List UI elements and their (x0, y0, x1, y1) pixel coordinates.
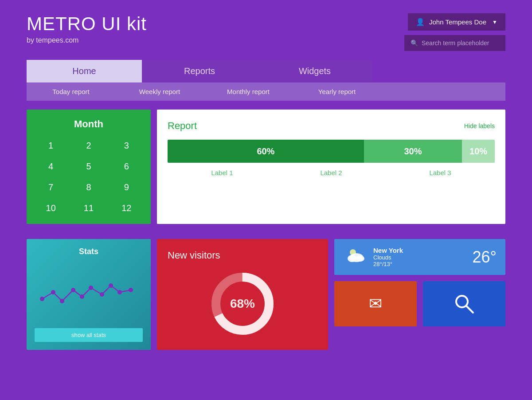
nav-tabs: Home Reports Widgets (27, 60, 505, 82)
progress-segment-3: 10% (462, 140, 495, 163)
mail-icon: ✉ (369, 294, 382, 313)
subnav-yearly[interactable]: Yearly report (293, 82, 381, 101)
svg-point-5 (89, 286, 93, 290)
stats-title: Stats (35, 247, 143, 256)
weather-temperature: 26° (473, 248, 497, 267)
report-title: Report (168, 120, 197, 132)
month-grid: 1 2 3 4 5 6 7 8 9 10 11 12 (35, 139, 142, 215)
svg-point-2 (60, 299, 64, 303)
weather-range: 28°/13° (373, 261, 466, 267)
svg-point-4 (80, 294, 84, 299)
search-card[interactable] (423, 281, 505, 326)
month-num-2[interactable]: 2 (73, 139, 104, 153)
svg-point-15 (356, 255, 364, 262)
svg-point-3 (71, 288, 75, 292)
search-big-icon (454, 294, 474, 314)
search-input[interactable] (422, 39, 499, 47)
stats-card: Stats show all stats (27, 239, 151, 350)
label-2: Label 2 (277, 169, 386, 176)
tab-home[interactable]: Home (27, 60, 142, 82)
month-num-9[interactable]: 9 (111, 180, 142, 194)
progress-segment-2: 30% (364, 140, 462, 163)
bottom-icons: ✉ (334, 281, 505, 326)
user-icon: 👤 (416, 18, 425, 26)
report-card: Report Hide labels 60% 30% 10% Label 1 L… (157, 110, 505, 224)
report-header: Report Hide labels (168, 120, 495, 132)
month-num-11[interactable]: 11 (73, 201, 104, 215)
month-num-7[interactable]: 7 (35, 180, 66, 194)
mail-card[interactable]: ✉ (334, 281, 417, 326)
subnav-weekly[interactable]: Weekly report (115, 82, 204, 101)
header: METRO UI kit by tempees.com 👤 John Tempe… (0, 0, 532, 60)
svg-point-9 (129, 288, 133, 292)
tab-reports[interactable]: Reports (142, 60, 257, 82)
month-num-12[interactable]: 12 (111, 201, 142, 215)
svg-point-7 (109, 283, 113, 288)
app-title: METRO UI kit (27, 13, 147, 35)
month-num-6[interactable]: 6 (111, 160, 142, 173)
month-card: Month 1 2 3 4 5 6 7 8 9 10 11 12 (27, 110, 151, 224)
month-num-8[interactable]: 8 (73, 180, 104, 194)
weather-info: New York Clouds 28°/13° (373, 247, 466, 267)
header-right: 👤 John Tempees Doe ▼ 🔍 (404, 13, 505, 51)
month-num-3[interactable]: 3 (111, 139, 142, 153)
app-subtitle: by tempees.com (27, 36, 147, 44)
donut-chart: 68% (207, 268, 278, 339)
search-icon: 🔍 (411, 39, 418, 47)
month-num-4[interactable]: 4 (35, 160, 66, 173)
user-dropdown[interactable]: 👤 John Tempees Doe ▼ (408, 13, 505, 31)
chevron-down-icon: ▼ (492, 19, 497, 25)
progress-bar: 60% 30% 10% (168, 140, 495, 163)
month-title: Month (35, 118, 142, 130)
weather-description: Clouds (373, 254, 466, 261)
sub-nav: Today report Weekly report Monthly repor… (27, 82, 505, 101)
month-num-1[interactable]: 1 (35, 139, 66, 153)
tab-widgets[interactable]: Widgets (257, 60, 372, 82)
visitors-card: New visitors 68% (157, 239, 328, 350)
svg-point-1 (51, 290, 55, 294)
show-all-stats-button[interactable]: show all stats (35, 328, 143, 342)
search-box: 🔍 (404, 35, 505, 51)
visitors-title: New visitors (168, 250, 220, 261)
stats-chart (35, 261, 143, 324)
weather-city: New York (373, 247, 466, 254)
progress-labels: Label 1 Label 2 Label 3 (168, 169, 495, 176)
main-content: Month 1 2 3 4 5 6 7 8 9 10 11 12 Report … (0, 101, 532, 239)
month-num-5[interactable]: 5 (73, 160, 104, 173)
svg-point-8 (117, 290, 122, 294)
label-1: Label 1 (168, 169, 277, 176)
svg-line-17 (466, 306, 473, 313)
subnav-today[interactable]: Today report (27, 82, 115, 101)
right-column: New York Clouds 28°/13° 26° ✉ (334, 239, 505, 350)
weather-card: New York Clouds 28°/13° 26° (334, 239, 505, 275)
second-row: Stats show all stats New visitors (0, 239, 532, 359)
logo-section: METRO UI kit by tempees.com (27, 13, 147, 44)
progress-segment-1: 60% (168, 140, 364, 163)
weather-icon (343, 246, 366, 268)
hide-labels-button[interactable]: Hide labels (464, 122, 495, 129)
donut-label: 68% (230, 297, 255, 311)
month-num-10[interactable]: 10 (35, 201, 66, 215)
svg-point-14 (348, 255, 356, 262)
subnav-monthly[interactable]: Monthly report (204, 82, 293, 101)
label-3: Label 3 (386, 169, 495, 176)
svg-point-0 (40, 297, 44, 301)
svg-point-6 (100, 292, 104, 297)
user-name: John Tempees Doe (429, 18, 486, 26)
